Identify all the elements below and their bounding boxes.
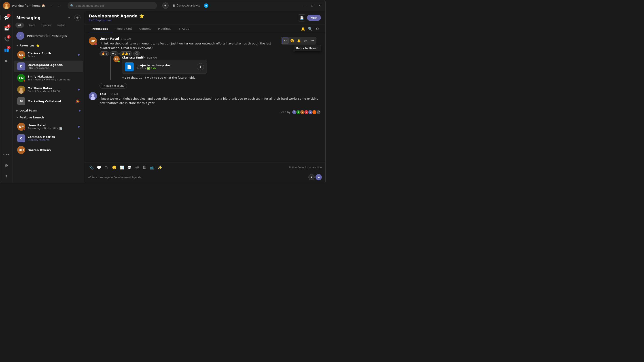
- notification-icon-button[interactable]: 🔔: [300, 25, 306, 33]
- sidebar-title: Messaging: [16, 15, 64, 20]
- toolbar-image-button[interactable]: 🖼: [141, 164, 148, 171]
- filter-tab-public[interactable]: Public: [55, 22, 68, 28]
- toolbar-mention-button[interactable]: @: [134, 164, 141, 171]
- chat-subtitle: ENG Deployment: [89, 19, 298, 22]
- favorites-title: Favorites: [20, 44, 35, 47]
- filter-tab-all[interactable]: All: [16, 22, 24, 28]
- help-icon: ?: [5, 175, 7, 178]
- you-author: You: [100, 92, 106, 96]
- search-bar[interactable]: 🔍: [68, 2, 157, 9]
- reaction-thumbs[interactable]: 👍👍 3: [120, 51, 132, 56]
- conv-item-development-agenda[interactable]: D Development Agenda ENG Deployment: [14, 60, 83, 72]
- minimize-button[interactable]: —: [302, 2, 308, 9]
- settings-button[interactable]: ⚙: [314, 25, 321, 33]
- sidebar-add-button[interactable]: +: [74, 14, 80, 21]
- reply-icon: ↩: [102, 84, 105, 87]
- save-icon-button[interactable]: 💾: [298, 14, 305, 21]
- msg-forward-button[interactable]: ⇄: [302, 37, 308, 44]
- maximize-button[interactable]: □: [309, 2, 316, 9]
- filter-tab-direct[interactable]: Direct: [25, 22, 38, 28]
- conv-item-marketing[interactable]: M Marketing Collateral 🔕: [14, 95, 83, 107]
- rail-item-settings[interactable]: ⚙: [2, 161, 12, 170]
- toolbar-video-button[interactable]: 📺: [149, 164, 156, 171]
- file-download-button[interactable]: ⬇: [197, 63, 204, 70]
- toolbar-emoji-button[interactable]: 😊: [111, 164, 118, 171]
- filter-tab-spaces[interactable]: Spaces: [39, 22, 54, 28]
- lightning-icon: ⚡: [19, 34, 22, 38]
- reply-to-thread-button[interactable]: ↩ Reply to thread: [100, 83, 127, 88]
- close-button[interactable]: ✕: [316, 2, 323, 9]
- toolbar-text-button[interactable]: T↑: [103, 164, 110, 171]
- search-input[interactable]: [76, 4, 154, 7]
- umar-msg-reactions: 🔥 1 ❤️ 1 👍👍 3: [100, 51, 274, 56]
- heart-count: 1: [115, 52, 116, 55]
- msg-more-button[interactable]: •••: [309, 37, 315, 44]
- msg-emoji-button[interactable]: 😊: [289, 37, 295, 44]
- tab-meetings[interactable]: Meetings: [154, 25, 175, 33]
- clarissa-name: Clarissa Smith: [28, 52, 76, 55]
- reaction-fire[interactable]: 🔥 1: [100, 51, 109, 56]
- darren-name: Darren Owens: [28, 148, 80, 152]
- workspace-title: Working from home 🏠: [12, 4, 45, 7]
- rail-bottom: ••• ⚙ ?: [2, 150, 12, 181]
- umar-msg-content: Umar Patel 8:12 AM I think we should all…: [100, 37, 274, 88]
- umar-msg-author: Umar Patel: [100, 37, 119, 40]
- nav-forward-button[interactable]: ›: [56, 2, 62, 9]
- recommended-messages[interactable]: ⚡ Recommended Messages: [13, 29, 84, 42]
- feature-launch-section-header[interactable]: ▼ Feature launch: [13, 114, 84, 121]
- rail-item-more[interactable]: •••: [2, 150, 12, 160]
- msg-notify-button[interactable]: 🔔: [296, 37, 302, 44]
- user-avatar[interactable]: [3, 2, 10, 9]
- toolbar-chart-button[interactable]: 📊: [118, 164, 126, 171]
- clarissa-status: Active: [28, 55, 76, 58]
- edge-icon: e: [204, 3, 208, 8]
- toolbar-ai-button[interactable]: ✨: [156, 164, 164, 171]
- search-chat-button[interactable]: 🔍: [306, 25, 314, 33]
- rail-item-calls[interactable]: 📞 1: [2, 34, 12, 44]
- nav-back-button[interactable]: ‹: [49, 2, 55, 9]
- tab-messages[interactable]: Messages: [89, 25, 112, 33]
- reaction-heart[interactable]: ❤️ 1: [110, 51, 118, 56]
- dev-agenda-name: Development Agenda: [28, 63, 80, 67]
- marketing-avatar: M: [17, 97, 25, 105]
- umar-status-dot: [23, 128, 25, 131]
- favorites-section-header[interactable]: ▼ Favorites ⭐: [13, 42, 84, 49]
- toolbar-attach-button[interactable]: 📎: [88, 164, 95, 171]
- thumbs-count: 3: [129, 52, 130, 55]
- sidebar: Messaging ≡ + All Direct Spaces Public ⚡…: [13, 11, 84, 183]
- rail-item-people[interactable]: 👥 1: [2, 45, 12, 55]
- connect-device-button[interactable]: 🖥 Connect to a device: [170, 3, 202, 8]
- conv-item-matthew[interactable]: Matthew Baker Do Not Disturb until 16:00: [14, 84, 83, 95]
- rail-item-apps[interactable]: ▶: [2, 56, 12, 65]
- conv-item-umar[interactable]: UP Umar Patel Presenting • At the office…: [14, 121, 83, 132]
- tab-people[interactable]: People (30): [112, 25, 136, 33]
- send-button[interactable]: ➤: [316, 174, 322, 180]
- toolbar-meeting-button[interactable]: 💬: [126, 164, 133, 171]
- rail-item-calendar[interactable]: 📅 1: [2, 23, 12, 33]
- toolbar-format-button[interactable]: 💬: [96, 164, 103, 171]
- meet-button[interactable]: Meet: [307, 15, 321, 21]
- conv-item-clarissa[interactable]: CS Clarissa Smith Active: [14, 49, 83, 60]
- sidebar-menu-button[interactable]: ≡: [66, 14, 72, 21]
- chat-star-icon: ⭐: [139, 14, 144, 18]
- nav-buttons: ‹ ›: [49, 2, 62, 9]
- message-input[interactable]: [88, 176, 306, 179]
- tab-content[interactable]: Content: [136, 25, 154, 33]
- scroll-down-button[interactable]: ▼: [308, 174, 314, 180]
- tab-apps[interactable]: + Apps: [175, 25, 192, 33]
- add-button[interactable]: +: [162, 2, 168, 9]
- reaction-smile[interactable]: 😊: [133, 51, 140, 56]
- conv-item-emily[interactable]: EN Emily Nakagawa In a meeting • Working…: [14, 72, 83, 84]
- clarissa-thread-time: 8:28 AM: [147, 56, 157, 59]
- umar-dnd-indicator: [94, 43, 97, 45]
- local-team-section-header[interactable]: ▶ Local team: [13, 107, 84, 114]
- rail-item-chat[interactable]: 💬 5: [2, 13, 12, 22]
- msg-reply-button[interactable]: ↩: [282, 37, 288, 44]
- rail-item-help[interactable]: ?: [2, 171, 12, 181]
- conv-item-darren[interactable]: DO Darren Owens: [14, 144, 83, 156]
- darren-info: Darren Owens: [28, 148, 80, 152]
- conv-item-common-metrics[interactable]: C Common Metrics Usability research: [14, 132, 83, 144]
- messages-area: UP Umar Patel 8:12 AM I think we should …: [84, 33, 325, 162]
- emily-info: Emily Nakagawa In a meeting • Working fr…: [28, 75, 80, 81]
- chat-area: Development Agenda ⭐ ENG Deployment 💾 Me…: [84, 11, 325, 183]
